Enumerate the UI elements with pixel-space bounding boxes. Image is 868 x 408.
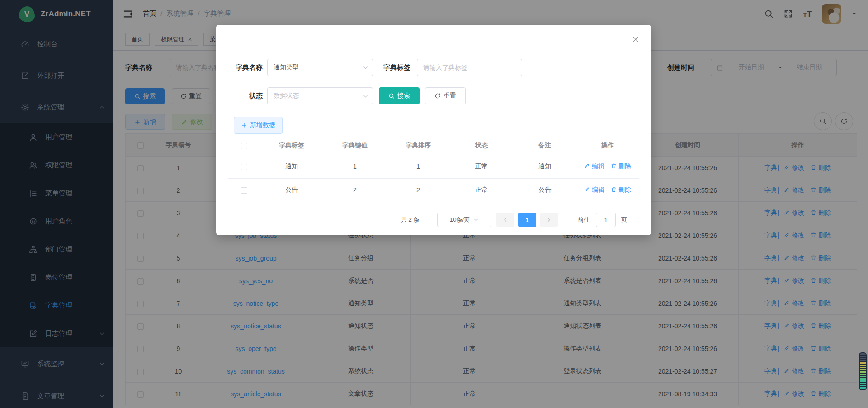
modal-status-select[interactable]: 数据状态 — [267, 87, 373, 104]
select-value: 通知类型 — [274, 63, 299, 71]
chevron-down-icon — [363, 65, 368, 71]
row-checkbox[interactable] — [241, 164, 247, 170]
cell-remark: 公告 — [513, 178, 576, 202]
chevron-down-icon — [473, 217, 479, 223]
cell-remark: 通知 — [513, 155, 576, 178]
modal-dict-name-label: 字典名称 — [228, 59, 263, 76]
pencil-icon — [584, 186, 590, 192]
search-icon — [388, 93, 395, 99]
modal-reset-label: 重置 — [443, 92, 456, 100]
cell-dict-value: 2 — [323, 178, 387, 202]
page-scrollbar-widget[interactable] — [859, 352, 867, 390]
close-icon[interactable] — [632, 36, 639, 43]
plus-icon — [241, 122, 247, 128]
col-dict-value: 字典键值 — [323, 137, 387, 155]
cell-status: 正常 — [450, 178, 513, 202]
col-remark: 备注 — [513, 137, 576, 155]
table-row: 通知 1 1 正常 通知 编辑 删除 — [228, 155, 639, 178]
table-header-row: 字典标签 字典键值 字典排序 状态 备注 操作 — [228, 137, 639, 155]
dict-data-dialog: 字典名称 通知类型 字典标签 状态 数据状态 搜索 重置 新增数据 字典标签 字… — [216, 25, 651, 235]
cell-dict-label: 公告 — [260, 178, 323, 202]
page-number-1[interactable]: 1 — [518, 213, 536, 227]
refresh-icon — [434, 93, 441, 99]
modal-add-data-button[interactable]: 新增数据 — [234, 117, 283, 134]
chevron-left-icon — [503, 217, 508, 223]
row-delete-link[interactable]: 删除 — [611, 162, 631, 170]
modal-add-data-label: 新增数据 — [250, 121, 275, 129]
select-all-checkbox[interactable] — [241, 143, 247, 149]
row-edit-link[interactable]: 编辑 — [584, 162, 604, 170]
row-edit-link[interactable]: 编辑 — [584, 186, 604, 193]
modal-status-label: 状态 — [228, 87, 263, 104]
pencil-icon — [584, 163, 590, 169]
cell-ops: 编辑 删除 — [576, 178, 639, 202]
modal-search-button[interactable]: 搜索 — [379, 87, 420, 104]
col-status: 状态 — [450, 137, 513, 155]
goto-page-label: 前往 — [578, 213, 590, 227]
row-delete-link[interactable]: 删除 — [611, 186, 631, 193]
cell-dict-value: 1 — [323, 155, 387, 178]
chevron-right-icon — [546, 217, 552, 223]
table-row: 公告 2 2 正常 公告 编辑 删除 — [228, 178, 639, 202]
select-placeholder: 数据状态 — [274, 92, 299, 100]
cell-dict-sort: 2 — [387, 178, 450, 202]
prev-page-button[interactable] — [496, 213, 514, 227]
trash-icon — [611, 163, 617, 169]
col-ops: 操作 — [576, 137, 639, 155]
page-size-value: 10条/页 — [450, 216, 470, 224]
cell-ops: 编辑 删除 — [576, 155, 639, 178]
cell-dict-sort: 1 — [387, 155, 450, 178]
dict-data-table: 字典标签 字典键值 字典排序 状态 备注 操作 通知 1 1 正常 通知 编辑 … — [228, 137, 639, 202]
col-dict-sort: 字典排序 — [387, 137, 450, 155]
goto-page-suffix: 页 — [621, 213, 627, 227]
col-dict-label: 字典标签 — [260, 137, 323, 155]
modal-search-label: 搜索 — [397, 92, 410, 100]
page-size-select[interactable]: 10条/页 — [437, 213, 491, 227]
goto-page-input[interactable] — [596, 213, 616, 227]
modal-reset-button[interactable]: 重置 — [425, 87, 466, 104]
pagination-total: 共 2 条 — [401, 213, 419, 227]
modal-dict-name-select[interactable]: 通知类型 — [267, 59, 373, 76]
next-page-button[interactable] — [540, 213, 558, 227]
row-checkbox[interactable] — [241, 187, 247, 194]
cell-dict-label: 通知 — [260, 155, 323, 178]
modal-dict-label-label: 字典标签 — [376, 59, 410, 76]
trash-icon — [611, 186, 617, 192]
chevron-down-icon — [363, 93, 368, 99]
cell-status: 正常 — [450, 155, 513, 178]
modal-dict-label-input[interactable] — [417, 59, 522, 76]
